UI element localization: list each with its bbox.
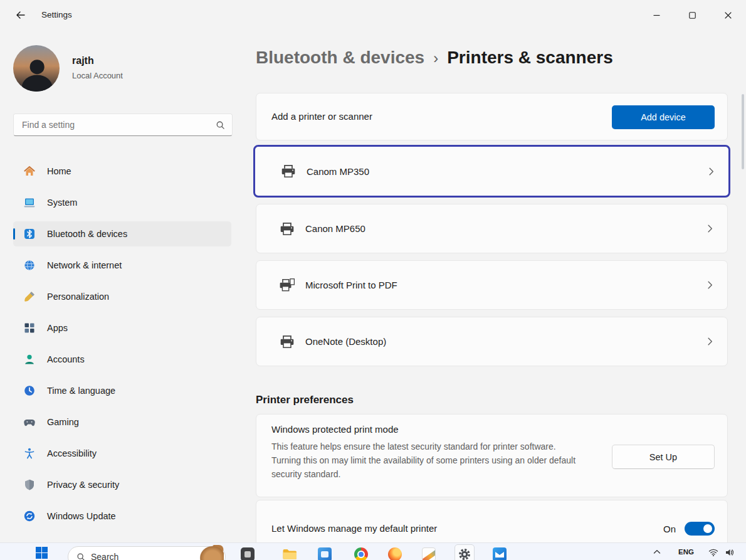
default-printer-toggle[interactable] (685, 522, 715, 536)
default-printer-title: Let Windows manage my default printer (271, 523, 437, 534)
time-language-icon (23, 384, 36, 397)
language-indicator[interactable]: ENG (678, 548, 694, 556)
search-highlight-image[interactable] (199, 545, 224, 560)
add-printer-label: Add a printer or scanner (271, 93, 372, 140)
chevron-up-icon (653, 549, 661, 554)
sidebar-item-label: Windows Update (47, 511, 116, 521)
sidebar-item-label: Personalization (47, 292, 109, 302)
find-setting-search[interactable] (13, 114, 233, 136)
toggle-state-label: On (663, 524, 676, 534)
back-button[interactable] (11, 6, 30, 24)
printer-preferences-heading: Printer preferences (256, 394, 354, 406)
sidebar-item-label: Accounts (47, 354, 85, 364)
user-account-type: Local Account (72, 71, 123, 80)
sidebar-item-windows-update[interactable]: Windows Update (13, 504, 231, 529)
sidebar-item-label: System (47, 198, 77, 208)
sidebar-item-accessibility[interactable]: Accessibility (13, 441, 231, 466)
minimize-icon (653, 12, 660, 19)
close-button[interactable] (710, 0, 746, 30)
system-icon (23, 196, 36, 209)
window-title: Settings (41, 0, 72, 30)
sidebar-item-accounts[interactable]: Accounts (13, 347, 231, 372)
chevron-right-icon (705, 224, 715, 233)
settings-app-icon[interactable] (454, 544, 475, 560)
sidebar-item-personalization[interactable]: Personalization (13, 284, 231, 309)
sidebar-item-network-internet[interactable]: Network & internet (13, 253, 231, 278)
sidebar-item-system[interactable]: System (13, 190, 231, 215)
wifi-icon[interactable] (708, 548, 718, 557)
printer-row-onenote-desktop[interactable]: OneNote (Desktop) (256, 317, 728, 366)
sidebar-item-label: Accessibility (47, 448, 97, 458)
sidebar-item-label: Gaming (47, 417, 79, 427)
privacy-security-icon (23, 478, 36, 491)
taskbar-search-box[interactable]: Search (68, 546, 226, 560)
find-setting-input[interactable] (14, 114, 232, 135)
sidebar-item-home[interactable]: Home (13, 159, 231, 184)
avatar[interactable] (13, 45, 60, 92)
protected-print-title: Windows protected print mode (271, 424, 399, 435)
avatar-photo (13, 45, 60, 92)
dark-app-icon[interactable] (240, 547, 255, 560)
personalization-icon (23, 290, 36, 303)
printer-row-microsoft-print-to-pdf[interactable]: Microsoft Print to PDF (256, 260, 728, 310)
scrollbar-thumb[interactable] (742, 94, 744, 169)
network-icon (23, 259, 36, 272)
windows-logo-icon (36, 547, 48, 559)
search-icon (76, 552, 85, 560)
chevron-right-icon (707, 167, 716, 176)
printer-name: OneNote (Desktop) (305, 336, 386, 347)
printer-icon (279, 221, 295, 236)
store-app-icon[interactable] (317, 547, 332, 560)
titlebar: Settings (0, 0, 746, 30)
printer-name: Canon MP650 (305, 223, 365, 234)
hidden-icons-button[interactable] (653, 549, 661, 554)
toggle-knob (703, 524, 712, 533)
sidebar-item-bluetooth-devices[interactable]: Bluetooth & devices (13, 221, 231, 246)
set-up-button[interactable]: Set Up (612, 445, 715, 469)
sidebar-item-label: Privacy & security (47, 480, 119, 490)
bluetooth-icon (23, 228, 36, 240)
maximize-button[interactable] (675, 0, 710, 30)
arrow-left-icon (16, 10, 26, 20)
sidebar-item-time-language[interactable]: Time & language (13, 378, 231, 403)
gear-icon (458, 547, 471, 560)
windows-start-button[interactable] (36, 547, 48, 560)
sidebar-item-label: Time & language (47, 386, 115, 396)
volume-icon[interactable] (725, 548, 735, 557)
maximize-icon (689, 12, 696, 19)
sidebar-item-privacy-security[interactable]: Privacy & security (13, 472, 231, 497)
window-controls (639, 0, 746, 30)
file-explorer-icon[interactable] (282, 547, 297, 560)
taskbar: Search ENG (0, 542, 746, 560)
accounts-icon (23, 353, 36, 366)
paint-app-icon[interactable] (421, 547, 436, 560)
add-device-button[interactable]: Add device (612, 105, 715, 129)
protected-print-description: This feature helps ensure the latest sec… (271, 440, 579, 481)
sidebar: rajth Local Account Home System Bluetoot… (0, 30, 244, 542)
close-icon (725, 12, 732, 19)
firefox-icon[interactable] (387, 547, 402, 560)
printer-row-canom-mp350[interactable]: Canom MP350 (253, 145, 730, 198)
breadcrumb-parent[interactable]: Bluetooth & devices (256, 48, 424, 68)
add-printer-card: Add a printer or scanner Add device (256, 93, 728, 140)
user-name: rajth (72, 55, 94, 66)
search-icon (216, 120, 225, 132)
sidebar-item-label: Bluetooth & devices (47, 229, 127, 239)
breadcrumb-separator-icon: › (433, 50, 438, 67)
apps-icon (23, 322, 36, 334)
sidebar-nav: Home System Bluetooth & devices Network … (0, 159, 244, 535)
mail-app-icon[interactable] (492, 547, 507, 560)
printer-name: Canom MP350 (307, 166, 369, 177)
accessibility-icon (23, 447, 36, 460)
printer-row-canon-mp650[interactable]: Canon MP650 (256, 204, 728, 253)
minimize-button[interactable] (639, 0, 675, 30)
printer-icon (280, 164, 297, 179)
sidebar-item-apps[interactable]: Apps (13, 315, 231, 341)
chrome-icon[interactable] (354, 547, 369, 560)
home-icon (23, 165, 36, 177)
chevron-right-icon (705, 337, 715, 346)
sidebar-item-gaming[interactable]: Gaming (13, 409, 231, 435)
sidebar-item-label: Apps (47, 323, 68, 333)
sidebar-item-label: Home (47, 166, 71, 176)
windows-update-icon (23, 510, 36, 522)
